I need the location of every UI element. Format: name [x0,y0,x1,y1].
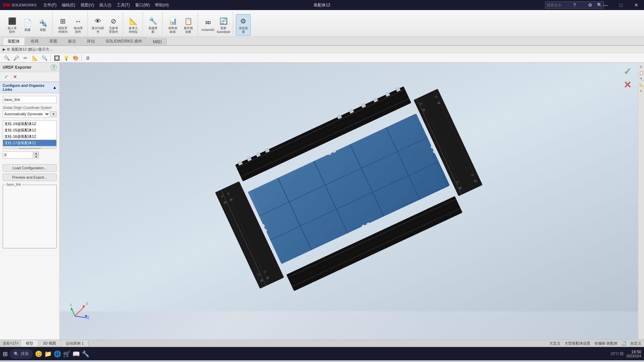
preview-export-area: Preview and Export... [0,173,59,182]
toolbar-line-parts[interactable]: ⊞ 线性零件阵列 [55,14,70,36]
spin-buttons: ▲ ▼ [34,152,39,158]
status-large-assembly: 大型装配体设置 [565,341,590,346]
right-btn-3[interactable]: 🔧 [639,76,644,81]
status-refresh-icon[interactable]: 🔄 [622,341,626,346]
dropdown-arrow[interactable]: ▼ [51,111,57,117]
ctx-btn-2[interactable]: 🔎 [12,54,20,62]
bottom-tab-motion[interactable]: 运动算例 1 [61,340,89,347]
toolbar-update[interactable]: 🔄 更新Speedpak [216,14,231,36]
viewport[interactable]: X Y Z ✓ ✕ [60,63,638,340]
list-item-3[interactable]: 支柱-17@装配体12 [3,140,56,146]
toolbar-new-part[interactable]: 📄 新建 [20,14,35,36]
menu-edit[interactable]: 编辑(E) [59,0,78,10]
settings-button[interactable]: ⚙ [582,0,598,10]
section-collapse-icon: ▲ [53,85,57,90]
base-link-input[interactable] [3,96,57,103]
toolbar-new-assembly[interactable]: 🔧 新建零配 [146,14,160,36]
ctx-btn-7[interactable]: 💡 [62,54,70,62]
toolbar-insert-part[interactable]: ⬛ 插入零部件 [5,14,19,36]
toolbar-materials[interactable]: 📊 材料表标表 [165,14,180,36]
toolbar-assembly[interactable]: 🔩 装配 [36,14,50,36]
tab-layout[interactable]: 布局 [25,37,44,45]
status-edit-mode: 在编辑 装配体 [594,341,618,346]
materials-icon: 📊 [167,16,178,26]
window-title: 装配体12 [314,2,330,8]
tab-assembly[interactable]: 装配体 [3,37,25,45]
taskbar-store[interactable]: 🛒 [63,350,70,358]
taskbar-edge[interactable]: 🌐 [54,350,61,358]
list-item-2[interactable]: 支柱-16@装配体12 [3,133,56,140]
toolbar-show-hide[interactable]: 👁 显示/\n部件 [91,14,105,36]
ctx-btn-4[interactable]: 📐 [31,54,39,62]
right-btn-1[interactable]: ≡ [639,64,644,69]
ctx-btn-1[interactable]: 🔍 [3,54,11,62]
reject-button[interactable]: ✕ [11,73,19,80]
toolbar-instant3d[interactable]: 3D Instant3D [201,14,215,36]
search-bar[interactable]: 🔍 搜索 [10,349,33,359]
toolbar-move-parts[interactable]: ↔ 移动零部件 [71,14,86,36]
help-button[interactable]: ? [51,64,57,70]
ctx-btn-3[interactable]: ✏ [21,54,30,62]
insert-part-icon: ⬛ [7,16,17,26]
instant3d-icon: 3D [203,17,213,28]
menu-help[interactable]: 帮助(H) [152,0,171,10]
menu-window[interactable]: 窗口(W) [132,0,152,10]
viewport-reject-icon[interactable]: ✕ [624,79,631,90]
maximize-button[interactable]: □ [613,0,629,10]
list-item-1[interactable]: 支柱-15@装配体12 [3,127,56,133]
start-button[interactable]: ⊞ [3,350,8,358]
toolbar-no-ref[interactable]: ⊘ 无参考零部件 [106,14,121,36]
spin-up[interactable]: ▲ [34,152,39,155]
ctx-btn-6[interactable]: 🔲 [53,54,61,62]
ctx-btn-9[interactable]: 🖥 [84,54,92,62]
right-btn-5[interactable]: ≡ [639,88,644,94]
right-btn-2[interactable]: 📋 [639,70,644,75]
materials-label: 材料表标表 [168,26,177,34]
taskbar-clock: 18:50 2023/10/4 [627,350,642,358]
preview-export-button[interactable]: Preview and Export... [3,174,57,181]
ctx-btn-8[interactable]: 🎨 [71,54,79,62]
number-input[interactable] [3,151,33,159]
menu-view[interactable]: 视图(V) [78,0,97,10]
menu-tools[interactable]: 工具(T) [114,0,132,10]
panel-resize-handle[interactable] [58,63,59,340]
accept-button[interactable]: ✓ [3,73,10,80]
toolbar-expand-view[interactable]: 📋 展开视动量 [181,14,196,36]
close-button[interactable]: ✕ [629,0,644,10]
viewport-accept-icon[interactable]: ✓ [624,66,631,77]
tab-sketch[interactable]: 草图 [44,37,62,45]
clock-time: 18:50 [631,350,641,354]
ctx-btn-5[interactable]: 🔍 [40,54,48,62]
tab-evaluate[interactable]: 评估 [82,37,100,45]
help-button[interactable]: ? [567,0,582,10]
tab-annotation[interactable]: 标注 [63,37,81,45]
ref-feature-label: 参考几何特征 [129,26,138,34]
taskbar-sw[interactable]: 🔧 [82,350,89,358]
scroll-indicator [3,148,57,149]
menu-file[interactable]: 文件(F) [41,0,59,10]
auto-generate-select[interactable]: Automatically Generate [3,110,50,118]
taskbar-explorer[interactable]: 📁 [44,350,52,358]
svg-text:X: X [86,302,88,306]
right-btn-4[interactable]: 📐 [639,82,644,87]
minimize-button[interactable]: — [598,0,613,10]
spin-down[interactable]: ▼ [34,155,39,158]
tab-sw-plugins[interactable]: SOLIDWORKS 插件 [101,37,147,45]
bottom-tab-3dview[interactable]: 3D 视图 [38,340,61,347]
toolbar-support-settings[interactable]: ⚙ 支柱设置 [236,14,251,36]
panel-header: URDF Exporter ? [0,63,59,72]
link-box-legend: base_link [6,183,22,186]
load-config-button[interactable]: Load Configuration... [3,164,57,172]
list-item-0[interactable]: 支柱-14@装配体12 [3,121,56,127]
no-ref-label: 无参考零部件 [109,26,118,34]
menu-insert[interactable]: 插入(I) [97,0,114,10]
bottom-tab-model[interactable]: 模型 [21,340,38,347]
taskbar-widgets[interactable]: 😊 [35,350,42,358]
taskbar-reader[interactable]: 📖 [72,350,80,358]
tab-mbd[interactable]: MBD [148,38,167,45]
move-parts-label: 移动零部件 [74,26,83,34]
taskbar-weather: 22°C 阴 [611,351,624,356]
section-configure[interactable]: Configure and Organize Links ▲ [0,82,59,93]
component-list[interactable]: 支柱-14@装配体12 支柱-15@装配体12 支柱-16@装配体12 支柱-1… [3,120,57,147]
toolbar-ref-feature[interactable]: 📐 参考几何特征 [126,14,141,36]
